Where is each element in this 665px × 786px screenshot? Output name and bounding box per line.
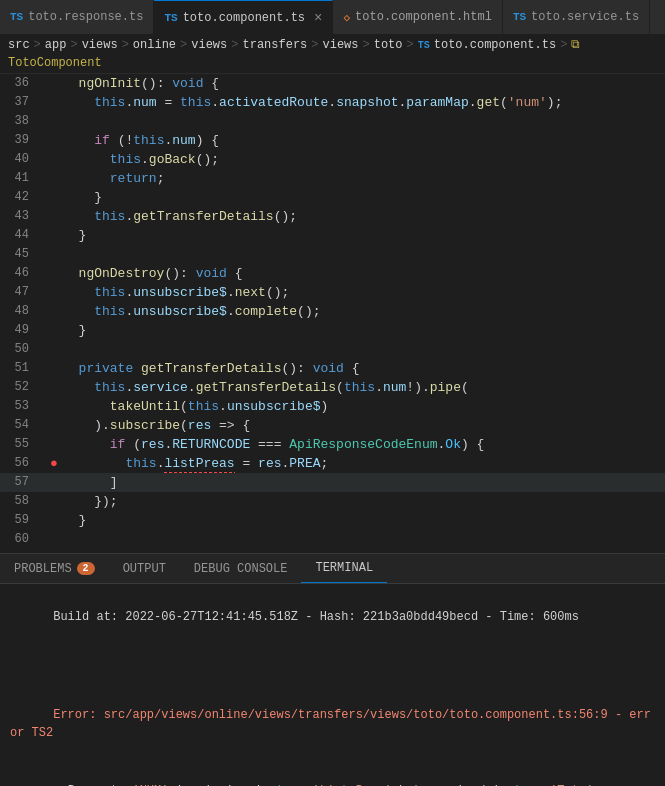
build-text: Build at: 2022-06-27T12:41:45.518Z - Has… <box>53 610 579 624</box>
sep7: > <box>363 38 370 52</box>
line-content-45 <box>63 245 665 264</box>
sep9: > <box>560 38 567 52</box>
line-num-48: 48 <box>0 302 45 321</box>
line-content-53: takeUntil(this.unsubscribe$) <box>63 397 665 416</box>
panel-tabs: PROBLEMS 2 OUTPUT DEBUG CONSOLE TERMINAL <box>0 554 665 584</box>
breadcrumb-online[interactable]: online <box>133 38 176 52</box>
line-content-55: if (res.RETURNCODE === ApiResponseCodeEn… <box>63 435 665 454</box>
tab-label-2: toto.component.ts <box>183 11 305 25</box>
line-num-38: 38 <box>0 112 45 131</box>
line-content-57: ] <box>63 473 665 492</box>
breadcrumb-filename[interactable]: toto.component.ts <box>434 38 556 52</box>
terminal-error1-path: Error: src/app/views/online/views/transf… <box>0 668 665 762</box>
code-line-40: 40 this.goBack(); <box>0 150 665 169</box>
line-content-41: return; <box>63 169 665 188</box>
line-num-36: 36 <box>0 74 45 93</box>
line-num-55: 55 <box>0 435 45 454</box>
tab-bar: TS toto.response.ts TS toto.component.ts… <box>0 0 665 35</box>
line-content-56: this.listPreas = res.PREA; <box>63 454 665 473</box>
terminal-spacer-1 <box>0 646 665 668</box>
sep5: > <box>231 38 238 52</box>
code-line-57: 57 ] <box>0 473 665 492</box>
line-content-46: ngOnDestroy(): void { <box>63 264 665 283</box>
breadcrumb-symbol-icon: ⧉ <box>571 38 580 52</box>
tab-close-button[interactable]: × <box>314 10 322 26</box>
panel-tab-terminal[interactable]: TERMINAL <box>301 554 387 583</box>
code-line-60: 60 <box>0 530 665 549</box>
line-num-56: 56 <box>0 454 45 473</box>
terminal-output[interactable]: Build at: 2022-06-27T12:41:45.518Z - Has… <box>0 584 665 786</box>
line-content-44: } <box>63 226 665 245</box>
code-editor[interactable]: 36 ngOnInit(): void { 37 this.num = this… <box>0 74 665 553</box>
breadcrumb-toto[interactable]: toto <box>374 38 403 52</box>
code-lines: 36 ngOnInit(): void { 37 this.num = this… <box>0 74 665 549</box>
line-content-36: ngOnInit(): void { <box>63 74 665 93</box>
error1-prefix: Error: src/app/views/online/views/transf… <box>53 708 571 722</box>
code-line-56: 56 ● this.listPreas = res.PREA; <box>0 454 665 473</box>
line-num-40: 40 <box>0 150 45 169</box>
breadcrumb-app[interactable]: app <box>45 38 67 52</box>
code-line-52: 52 this.service.getTransferDetails(this.… <box>0 378 665 397</box>
line-num-58: 58 <box>0 492 45 511</box>
code-line-37: 37 this.num = this.activatedRoute.snapsh… <box>0 93 665 112</box>
bottom-panel: PROBLEMS 2 OUTPUT DEBUG CONSOLE TERMINAL… <box>0 553 665 786</box>
panel-tab-debug-console[interactable]: DEBUG CONSOLE <box>180 554 302 583</box>
line-content-59: } <box>63 511 665 530</box>
sep8: > <box>407 38 414 52</box>
line-content-52: this.service.getTransferDetails(this.num… <box>63 378 665 397</box>
tab-label-3: toto.component.html <box>355 10 492 24</box>
breadcrumb-transfers[interactable]: transfers <box>242 38 307 52</box>
code-line-55: 55 if (res.RETURNCODE === ApiResponseCod… <box>0 435 665 454</box>
tab-toto-service[interactable]: TS toto.service.ts <box>503 0 650 34</box>
tab-toto-component-ts[interactable]: TS toto.component.ts × <box>154 0 333 34</box>
code-line-38: 38 <box>0 112 665 131</box>
breadcrumb-class[interactable]: TotoComponent <box>8 56 102 70</box>
panel-tab-output[interactable]: OUTPUT <box>109 554 180 583</box>
sep4: > <box>180 38 187 52</box>
breadcrumb-views2[interactable]: views <box>191 38 227 52</box>
line-content-54: ).subscribe(res => { <box>63 416 665 435</box>
code-line-45: 45 <box>0 245 665 264</box>
breadcrumb-src[interactable]: src <box>8 38 30 52</box>
line-num-60: 60 <box>0 530 45 549</box>
line-content-60 <box>63 530 665 549</box>
line-content-43: this.getTransferDetails(); <box>63 207 665 226</box>
tab-toto-response[interactable]: TS toto.response.ts <box>0 0 154 34</box>
sep1: > <box>34 38 41 52</box>
code-line-46: 46 ngOnDestroy(): void { <box>0 264 665 283</box>
line-num-42: 42 <box>0 188 45 207</box>
code-line-51: 51 private getTransferDetails(): void { <box>0 359 665 378</box>
breadcrumb-ts-badge: TS <box>418 40 430 51</box>
problems-badge: 2 <box>77 562 95 575</box>
line-num-52: 52 <box>0 378 45 397</box>
line-content-38 <box>63 112 665 131</box>
problems-label: PROBLEMS <box>14 562 72 576</box>
line-num-43: 43 <box>0 207 45 226</box>
line-content-50 <box>63 340 665 359</box>
code-line-36: 36 ngOnInit(): void { <box>0 74 665 93</box>
line-content-48: this.unsubscribe$.complete(); <box>63 302 665 321</box>
code-line-49: 49 } <box>0 321 665 340</box>
code-line-54: 54 ).subscribe(res => { <box>0 416 665 435</box>
code-line-53: 53 takeUntil(this.unsubscribe$) <box>0 397 665 416</box>
breadcrumb: src > app > views > online > views > tra… <box>0 35 665 74</box>
line-num-47: 47 <box>0 283 45 302</box>
line-num-59: 59 <box>0 511 45 530</box>
breadcrumb-views1[interactable]: views <box>82 38 118 52</box>
line-num-54: 54 <box>0 416 45 435</box>
tab-toto-component-html[interactable]: ◇ toto.component.html <box>333 0 502 34</box>
line-content-47: this.unsubscribe$.next(); <box>63 283 665 302</box>
line-content-40: this.goBack(); <box>63 150 665 169</box>
panel-tab-problems[interactable]: PROBLEMS 2 <box>0 554 109 583</box>
code-line-59: 59 } <box>0 511 665 530</box>
line-num-50: 50 <box>0 340 45 359</box>
terminal-error1-detail: : Property 'NUM' is missing in type 'Lis… <box>0 762 665 786</box>
sep2: > <box>70 38 77 52</box>
code-line-48: 48 this.unsubscribe$.complete(); <box>0 302 665 321</box>
line-content-49: } <box>63 321 665 340</box>
breadcrumb-views3[interactable]: views <box>323 38 359 52</box>
line-num-53: 53 <box>0 397 45 416</box>
line-content-39: if (!this.num) { <box>63 131 665 150</box>
debug-label: DEBUG CONSOLE <box>194 562 288 576</box>
line-content-42: } <box>63 188 665 207</box>
